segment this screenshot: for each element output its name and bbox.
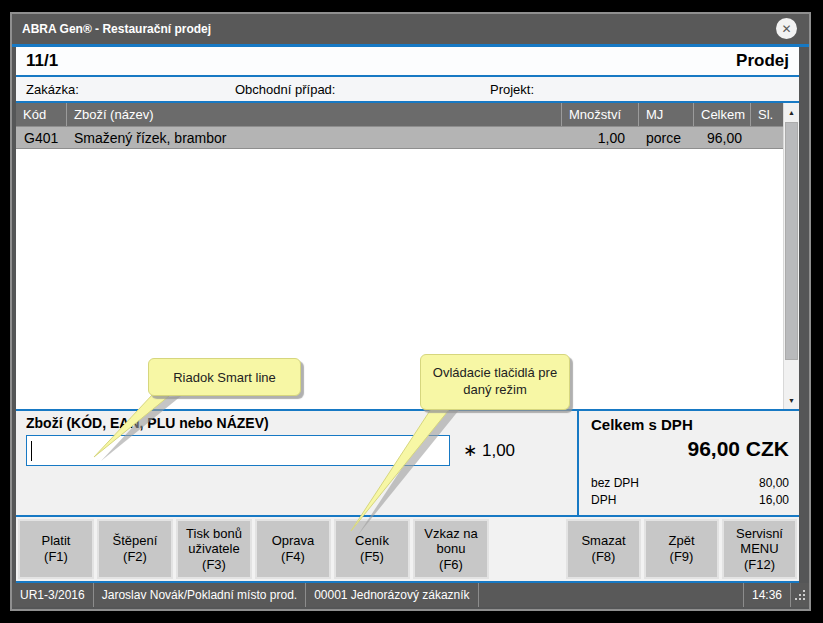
smartline-panel: Zboží (KÓD, EAN, PLU nebo NÁZEV) ∗ 1,00 … xyxy=(16,411,799,515)
cell-nazev: Smažený řízek, brambor xyxy=(66,130,561,146)
col-kod: Kód xyxy=(16,103,66,126)
smartline-input[interactable] xyxy=(27,436,449,465)
status-user: Jaroslav Novák/Pokladní místo prod. xyxy=(94,583,306,607)
callout-smartline: Riadok Smart line xyxy=(148,358,301,396)
table-header: Kód Zboží (název) Množství MJ Celkem Sl. xyxy=(16,103,783,126)
col-nazev: Zboží (název) xyxy=(66,103,561,126)
obchodni-pripad-label: Obchodní případ: xyxy=(235,82,490,97)
status-time: 14:36 xyxy=(744,583,791,607)
total-with-vat: 96,00 CZK xyxy=(591,437,789,461)
smartline-input-wrap xyxy=(26,435,450,466)
totals-panel: Celkem s DPH 96,00 CZK bez DPH 80,00 DPH… xyxy=(577,411,799,515)
cell-mnozstvi: 1,00 xyxy=(561,130,638,146)
close-icon[interactable]: ✕ xyxy=(776,18,797,39)
status-register: UR1-3/2016 xyxy=(12,583,94,607)
without-vat-value: 80,00 xyxy=(759,475,789,492)
scrollbar-thumb[interactable] xyxy=(785,122,798,360)
scroll-down-icon[interactable]: ▼ xyxy=(784,392,799,408)
vat-value: 16,00 xyxy=(759,492,789,509)
resize-grip-icon[interactable] xyxy=(791,583,809,607)
tisk-bonu-button[interactable]: Tisk bonů uživatele(F3) xyxy=(176,519,252,579)
col-sl: Sl. xyxy=(750,103,783,126)
smartline-label: Zboží (KÓD, EAN, PLU nebo NÁZEV) xyxy=(26,415,577,431)
callout-buttons: Ovládacie tlačidlá pre daný režim xyxy=(420,354,570,410)
col-mnozstvi: Množství xyxy=(561,103,638,126)
screen: ABRA Gen® - Restaurační prodej ✕ 11/1 Pr… xyxy=(0,0,823,623)
window-title: ABRA Gen® - Restaurační prodej xyxy=(22,22,211,36)
table-row[interactable]: G401 Smažený řízek, brambor 1,00 porce 9… xyxy=(16,126,783,149)
text-cursor xyxy=(31,441,32,461)
status-customer: 00001 Jednorázový zákazník xyxy=(306,583,478,607)
vat-label: DPH xyxy=(591,492,616,509)
quantity-multiplier: ∗ 1,00 xyxy=(463,440,515,461)
cell-mj: porce xyxy=(638,130,693,146)
oprava-button[interactable]: Oprava(F4) xyxy=(255,519,331,579)
projekt-label: Projekt: xyxy=(490,82,799,97)
document-header: 11/1 Prodej xyxy=(16,47,799,75)
col-mj: MJ xyxy=(638,103,693,126)
cell-celkem: 96,00 xyxy=(693,130,750,146)
zpet-button[interactable]: Zpět(F9) xyxy=(644,519,719,579)
servisni-menu-button[interactable]: Servisní MENU(F12) xyxy=(722,519,797,579)
scroll-up-icon[interactable]: ▲ xyxy=(784,104,799,120)
smazat-button[interactable]: Smazat(F8) xyxy=(566,519,641,579)
cell-kod: G401 xyxy=(16,130,66,146)
vertical-scrollbar[interactable]: ▲ ▼ xyxy=(783,103,799,409)
document-number: 11/1 xyxy=(26,51,58,71)
status-spacer xyxy=(479,583,744,607)
col-celkem: Celkem xyxy=(693,103,750,126)
items-table: Kód Zboží (název) Množství MJ Celkem Sl.… xyxy=(16,103,799,409)
cenik-button[interactable]: Ceník(F5) xyxy=(334,519,410,579)
without-vat-label: bez DPH xyxy=(591,475,639,492)
pos-window: ABRA Gen® - Restaurační prodej ✕ 11/1 Pr… xyxy=(10,12,811,611)
zakazka-label: Zakázka: xyxy=(16,82,235,97)
stepeni-button[interactable]: Štěpení(F2) xyxy=(97,519,173,579)
platit-button[interactable]: Platit(F1) xyxy=(18,519,94,579)
mode-label: Prodej xyxy=(736,51,789,71)
status-bar: UR1-3/2016 Jaroslav Novák/Pokladní místo… xyxy=(12,583,809,607)
vzkaz-na-bonu-button[interactable]: Vzkaz na bonu(F6) xyxy=(413,519,489,579)
totals-title: Celkem s DPH xyxy=(591,416,789,433)
order-fields-row: Zakázka: Obchodní případ: Projekt: xyxy=(16,77,799,101)
main-content: 11/1 Prodej Zakázka: Obchodní případ: Pr… xyxy=(16,47,799,583)
function-buttons: Platit(F1) Štěpení(F2) Tisk bonů uživate… xyxy=(16,517,799,581)
table-body: G401 Smažený řízek, brambor 1,00 porce 9… xyxy=(16,126,783,409)
title-bar[interactable]: ABRA Gen® - Restaurační prodej ✕ xyxy=(12,14,809,44)
